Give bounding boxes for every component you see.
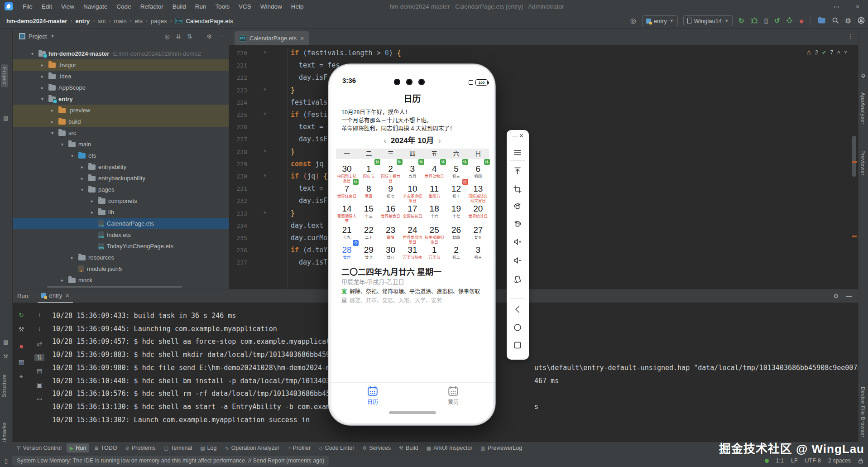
menu-refactor[interactable]: Refactor — [136, 3, 168, 10]
day-cell-21[interactable]: 21十九 — [336, 225, 358, 240]
tree-item-componets[interactable]: ▸componets — [13, 195, 229, 207]
code-line-237[interactable]: 237day.isT — [229, 257, 858, 270]
day-cell-27[interactable]: 27廿五 — [467, 225, 489, 240]
code-line-221[interactable]: 221text = fes — [229, 60, 858, 72]
menu-view[interactable]: View — [57, 3, 79, 10]
hide-panel-icon[interactable]: — — [218, 33, 224, 40]
day-cell-13[interactable]: 13国际减轻自然灾害日 — [467, 184, 489, 203]
tool-window-button-code-linter[interactable]: ◇Code Linter — [316, 443, 357, 453]
day-cell-7[interactable]: 休7世界住房日 — [336, 184, 358, 198]
tool-window-device-file-browser[interactable]: Device File Browser — [860, 387, 866, 438]
collapse-all-icon[interactable]: ⇅ — [187, 33, 192, 40]
build-hammer-icon[interactable]: ⚒ — [3, 353, 8, 360]
warning-stripe-mark[interactable] — [852, 161, 857, 163]
tool-window-switcher-icon[interactable]: ▯ — [5, 457, 8, 464]
code-line-235[interactable]: 235day.curMo — [229, 233, 858, 245]
rerun-icon[interactable]: ↻ — [16, 311, 26, 318]
day-cell-1[interactable]: 1万圣节 — [423, 245, 445, 260]
code-line-230[interactable]: 230˅if (jq) { — [229, 171, 858, 183]
breadcrumb-item[interactable]: hm-demo2024-master — [5, 18, 68, 24]
code-line-222[interactable]: 222day.isF — [229, 72, 858, 85]
tool-window-appanalyzer[interactable]: AppAnalyzer — [860, 92, 866, 125]
menu-file[interactable]: File — [18, 3, 37, 10]
breadcrumb-item[interactable]: src — [97, 18, 106, 24]
day-cell-14[interactable]: 14葡萄酒情人节 — [336, 204, 358, 223]
tree-item-lib[interactable]: ▸lib — [13, 207, 229, 218]
menu-tools[interactable]: Tools — [211, 3, 234, 10]
tree-item-hm-demo2024-master[interactable]: ▾hm-demo2024-masterE:\hm-demo20241028\hm… — [13, 48, 229, 59]
profile-avatar-icon[interactable] — [858, 17, 865, 25]
redebug-button[interactable] — [786, 17, 793, 25]
maximize-button[interactable]: ▭ — [826, 0, 847, 13]
day-cell-25[interactable]: 25抗美援朝纪念日 — [423, 225, 445, 244]
tree-item-entrybackupability[interactable]: ▸entrybackupability — [13, 173, 229, 184]
tree-item-index.ets[interactable]: ETSIndex.ets — [13, 229, 229, 241]
scroll-to-end-icon[interactable]: ⇅ — [34, 354, 44, 361]
menu-code[interactable]: Code — [112, 3, 135, 10]
day-cell-4[interactable]: 休4世界动物日 — [423, 164, 445, 178]
debug-button[interactable] — [751, 17, 758, 25]
device-file-browser-icon[interactable] — [818, 17, 825, 25]
tree-item-appscope[interactable]: ▸AppScope — [13, 82, 229, 93]
menu-icon[interactable] — [513, 148, 523, 158]
minimize-button[interactable]: — — [806, 0, 826, 13]
tree-item-src[interactable]: ▾src — [13, 127, 229, 139]
day-cell-3[interactable]: 休3九月 — [402, 164, 423, 178]
day-cell-24[interactable]: 24世界发展信息日 — [402, 225, 423, 244]
menu-navigate[interactable]: Navigate — [79, 3, 112, 10]
breadcrumb-item[interactable]: main — [113, 18, 128, 24]
volume-up-icon[interactable] — [513, 237, 523, 247]
layout-icon[interactable]: ▤ — [3, 339, 8, 345]
editor-options-icon[interactable]: ⋮ — [847, 33, 854, 40]
notifications-bell-icon[interactable] — [860, 72, 866, 80]
tool-window-button-build[interactable]: ⚒Build — [396, 443, 422, 453]
tree-item-pages[interactable]: ▾pages — [13, 184, 229, 195]
home-indicator[interactable] — [389, 411, 436, 414]
breadcrumb-file[interactable]: CalendarPage.ets — [185, 18, 234, 24]
code-line-224[interactable]: 224festivals — [229, 97, 858, 110]
tree-item-.hvigor[interactable]: ▸.hvigor — [13, 59, 229, 71]
tab-almanac[interactable]: 黄历 — [440, 385, 467, 405]
tree-item-entry[interactable]: ▾entry — [13, 93, 229, 105]
device-dropdown[interactable]: Winglau14 ▼ — [683, 15, 733, 26]
tool-window-button-previewerlog[interactable]: ▥PreviewerLog — [477, 443, 525, 453]
tool-window-button-log[interactable]: ▤Log — [197, 443, 220, 453]
locate-icon[interactable]: ◎ — [630, 17, 636, 25]
day-cell-3[interactable]: 3初三 — [467, 245, 489, 260]
day-cell-20[interactable]: 20世界统计日 — [467, 204, 489, 218]
rotate-device-icon[interactable] — [513, 274, 523, 284]
tool-window-button-todo[interactable]: ≣TODO — [91, 443, 120, 453]
menu-build[interactable]: Build — [168, 3, 191, 10]
day-cell-2[interactable]: 休2国际非暴力日 — [380, 164, 402, 183]
tree-item-main[interactable]: ▾main — [13, 139, 229, 150]
code-line-232[interactable]: 232day.isF — [229, 196, 858, 208]
day-cell-8[interactable]: 8寒露 — [358, 184, 379, 198]
crop-screenshot-icon[interactable] — [513, 185, 523, 194]
code-line-228[interactable]: 228˄} — [229, 147, 858, 159]
code-line-223[interactable]: 223˄} — [229, 85, 858, 97]
breadcrumb-item[interactable]: ets — [134, 18, 144, 24]
tab-calendarpage[interactable]: ETS CalendarPage.ets ✕ — [235, 31, 309, 45]
code-line-227[interactable]: 227day.isF — [229, 134, 858, 146]
tool-window-button-run[interactable]: ▶Run — [67, 443, 89, 453]
split-console-icon[interactable]: ▤ — [34, 367, 44, 375]
down-stack-trace-icon[interactable]: ↓ — [34, 325, 44, 332]
breadcrumb-item[interactable]: pages — [150, 18, 168, 24]
tree-item-module.json5[interactable]: 5module.json5 — [13, 263, 229, 274]
tree-item-mock[interactable]: ▸mock — [13, 274, 229, 286]
day-cell-5[interactable]: 休5初三 — [446, 164, 467, 178]
pin-icon[interactable]: ⌖ — [16, 373, 26, 380]
tab-calendar[interactable]: 日历 — [359, 385, 386, 405]
line-ending[interactable]: LF — [791, 457, 798, 464]
run-settings-gear-icon[interactable]: ⚙ — [833, 293, 839, 299]
dashboard-icon[interactable]: ▦ — [16, 358, 26, 366]
clear-console-icon[interactable]: ▭ — [34, 395, 44, 402]
recents-button-icon[interactable] — [513, 341, 523, 350]
restart-button[interactable]: ↺ — [774, 17, 780, 25]
menu-window[interactable]: Window — [256, 3, 287, 10]
settings-gear-icon[interactable]: ⚙ — [845, 17, 851, 25]
back-button-icon[interactable] — [513, 305, 523, 314]
tool-window-button-profiler[interactable]: ◔Profiler — [284, 443, 314, 453]
day-cell-2[interactable]: 2初二 — [446, 245, 467, 260]
day-cell-1[interactable]: 休1国庆节 — [358, 164, 379, 178]
